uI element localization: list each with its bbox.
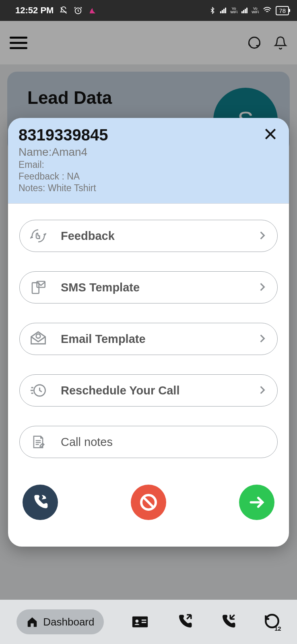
clock: 12:52 PM — [15, 5, 54, 16]
mute-icon — [59, 6, 68, 15]
action-call-notes[interactable]: Call notes — [19, 426, 278, 458]
arrow-right-icon — [248, 493, 266, 511]
action-label: Email Template — [61, 332, 146, 346]
lead-phone: 8319339845 — [19, 126, 278, 144]
action-label: SMS Template — [61, 281, 140, 294]
action-label: Reschedule Your Call — [61, 384, 179, 397]
history-badge: 12 — [274, 625, 281, 632]
nav-dashboard[interactable]: Dashboard — [16, 609, 104, 634]
reschedule-icon — [29, 382, 47, 399]
email-icon — [29, 330, 47, 348]
chevron-right-icon — [257, 280, 268, 295]
app-icon — [88, 6, 97, 15]
lead-feedback: Feedback : NA — [19, 171, 278, 182]
svg-point-8 — [36, 334, 41, 339]
action-email-template[interactable]: Email Template — [19, 323, 278, 355]
action-reschedule[interactable]: Reschedule Your Call — [19, 374, 278, 407]
svg-rect-6 — [32, 283, 39, 293]
feedback-icon — [29, 227, 47, 245]
svg-rect-4 — [142, 619, 146, 621]
signal-icon — [220, 8, 226, 13]
action-label: Call notes — [61, 436, 113, 449]
block-icon — [139, 493, 158, 512]
action-feedback[interactable]: Feedback — [19, 220, 278, 252]
notes-icon — [29, 433, 47, 451]
wifi-icon — [263, 6, 272, 15]
lead-email: Email: — [19, 159, 278, 170]
sms-icon — [29, 279, 47, 296]
next-button[interactable] — [239, 485, 274, 520]
status-bar: 12:52 PM VoWiFi VoWiFi 78 — [0, 0, 297, 21]
home-icon — [26, 616, 38, 628]
callback-button[interactable] — [23, 485, 58, 520]
nav-outgoing-icon[interactable] — [176, 613, 193, 630]
close-button[interactable] — [262, 126, 278, 145]
vowifi-label-2: VoWiFi — [252, 7, 259, 14]
chevron-right-icon — [257, 228, 268, 244]
signal-icon-2 — [241, 8, 248, 13]
close-icon — [262, 126, 278, 142]
svg-rect-5 — [142, 622, 146, 623]
lead-notes: Notes: White Tshirt — [19, 183, 278, 194]
chevron-right-icon — [257, 383, 268, 398]
chevron-right-icon — [257, 331, 268, 347]
phone-back-icon — [31, 493, 49, 511]
nav-dashboard-label: Dashboard — [43, 616, 94, 628]
lead-name: Name:Aman4 — [19, 146, 278, 159]
battery-indicator: 78 — [276, 6, 289, 15]
vowifi-label: VoWiFi — [230, 7, 237, 14]
nav-contacts-icon[interactable] — [131, 613, 149, 631]
svg-point-3 — [136, 619, 139, 623]
lead-action-sheet: 8319339845 Name:Aman4 Email: Feedback : … — [8, 118, 289, 547]
alarm-icon — [74, 6, 82, 15]
action-sms-template[interactable]: SMS Template — [19, 271, 278, 303]
sheet-header: 8319339845 Name:Aman4 Email: Feedback : … — [8, 118, 289, 204]
nav-history[interactable]: 12 — [264, 613, 280, 631]
block-button[interactable] — [131, 485, 166, 520]
bluetooth-icon — [209, 7, 216, 14]
action-label: Feedback — [61, 229, 115, 243]
nav-incoming-icon[interactable] — [220, 613, 237, 630]
